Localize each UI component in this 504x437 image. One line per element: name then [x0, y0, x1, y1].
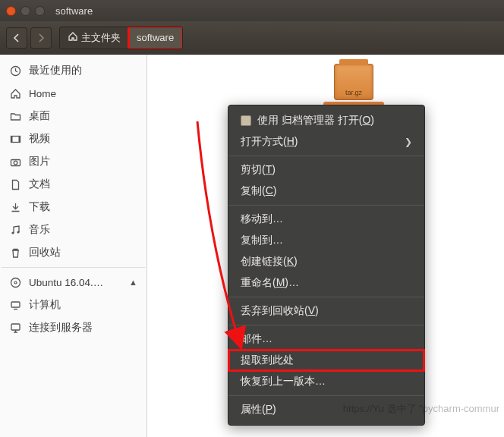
- menu-make-link[interactable]: 创建链接(K): [228, 251, 424, 272]
- sidebar-item-connect-server[interactable]: 连接到服务器: [0, 316, 146, 339]
- video-icon: [9, 133, 21, 145]
- menu-separator: [228, 156, 424, 156]
- sidebar-item-label: Ubuntu 16.04.…: [29, 277, 103, 288]
- sidebar-item-label: 回收站: [29, 246, 61, 259]
- eject-icon[interactable]: ▲: [129, 278, 137, 287]
- menu-separator: [228, 205, 424, 206]
- sidebar-item-recent[interactable]: 最近使用的: [0, 59, 146, 82]
- doc-icon: [9, 178, 21, 190]
- menu-label: 使用 归档管理器 打开(O): [257, 114, 374, 127]
- menu-open-with[interactable]: 打开方式(H) ❯: [228, 131, 424, 152]
- svg-point-5: [14, 161, 17, 165]
- crumb-home-label: 主文件夹: [81, 31, 121, 45]
- sidebar-item-computer[interactable]: 计算机: [0, 294, 146, 316]
- chevron-right-icon: ❯: [405, 137, 412, 147]
- sidebar-item-videos[interactable]: 视频: [0, 127, 146, 150]
- sidebar-item-label: 音乐: [29, 223, 50, 237]
- home-icon: [68, 31, 78, 44]
- svg-point-7: [17, 231, 19, 233]
- svg-rect-2: [11, 136, 12, 142]
- archive-ext-label: tar.gz: [335, 89, 373, 96]
- sidebar-item-label: 下载: [29, 200, 50, 214]
- menu-separator: [228, 325, 424, 325]
- context-menu: 使用 归档管理器 打开(O) 打开方式(H) ❯ 剪切(T) 复制(C) 移动到…: [228, 105, 425, 426]
- crumb-current[interactable]: software: [129, 27, 182, 49]
- svg-point-9: [14, 281, 17, 284]
- menu-move-to[interactable]: 移动到…: [228, 209, 424, 230]
- sidebar-item-music[interactable]: 音乐: [0, 218, 146, 241]
- sidebar-item-label: 计算机: [29, 298, 61, 312]
- menu-mail[interactable]: 邮件…: [228, 329, 424, 350]
- menu-label: 剪切(T): [241, 163, 276, 177]
- title-bar: software: [0, 0, 504, 21]
- menu-open-with-archive-manager[interactable]: 使用 归档管理器 打开(O): [228, 110, 424, 131]
- window-title: software: [55, 5, 93, 17]
- menu-separator: [228, 297, 424, 297]
- window-close-button[interactable]: [6, 6, 16, 16]
- download-icon: [9, 201, 21, 213]
- menu-label: 复制到…: [241, 234, 283, 247]
- sidebar-item-label: 最近使用的: [29, 64, 82, 77]
- toolbar: 主文件夹 software: [0, 21, 504, 55]
- sidebar-item-ubuntu-disc[interactable]: Ubuntu 16.04.…▲: [0, 271, 146, 294]
- sidebar-item-label: 连接到服务器: [29, 321, 93, 335]
- menu-cut[interactable]: 剪切(T): [228, 159, 424, 181]
- svg-rect-11: [11, 324, 20, 330]
- crumb-home[interactable]: 主文件夹: [60, 27, 129, 49]
- sidebar-item-downloads[interactable]: 下载: [0, 196, 146, 218]
- sidebar-item-label: Home: [29, 88, 56, 99]
- crumb-current-label: software: [137, 32, 174, 43]
- watermark-text: https://Yu 选中了 "pycharm-commur: [343, 402, 499, 416]
- svg-point-8: [11, 278, 20, 287]
- menu-label: 打开方式(H): [241, 135, 298, 149]
- trash-icon: [9, 247, 21, 259]
- computer-icon: [9, 299, 21, 311]
- music-icon: [9, 224, 21, 236]
- sidebar-item-documents[interactable]: 文档: [0, 173, 146, 196]
- sidebar-item-label: 文档: [29, 178, 50, 191]
- menu-label: 邮件…: [241, 332, 272, 346]
- sidebar-separator: [2, 267, 145, 268]
- sidebar-item-home[interactable]: Home: [0, 82, 146, 105]
- menu-label: 移动到…: [241, 212, 283, 226]
- menu-label: 创建链接(K): [241, 255, 298, 269]
- menu-rename[interactable]: 重命名(M)…: [228, 272, 424, 294]
- menu-move-to-trash[interactable]: 丢弃到回收站(V): [228, 300, 424, 322]
- menu-label: 属性(P): [241, 403, 276, 417]
- sidebar-item-label: 图片: [29, 155, 50, 168]
- svg-rect-3: [18, 136, 20, 142]
- menu-extract-here[interactable]: 提取到此处: [228, 350, 424, 371]
- folder-icon: [9, 110, 21, 122]
- menu-label: 重命名(M)…: [241, 276, 299, 290]
- svg-point-6: [11, 231, 14, 234]
- sidebar-item-trash[interactable]: 回收站: [0, 241, 146, 264]
- window-maximize-button[interactable]: [35, 6, 45, 16]
- archive-icon: tar.gz: [334, 64, 373, 100]
- menu-copy[interactable]: 复制(C): [228, 181, 424, 202]
- sidebar-item-label: 桌面: [29, 109, 50, 123]
- svg-rect-10: [11, 302, 20, 307]
- camera-icon: [9, 156, 21, 168]
- menu-revert[interactable]: 恢复到上一版本…: [228, 371, 424, 392]
- menu-label: 恢复到上一版本…: [241, 375, 326, 388]
- breadcrumb: 主文件夹 software: [59, 27, 183, 49]
- nav-back-button[interactable]: [6, 27, 27, 49]
- nav-forward-button[interactable]: [30, 27, 52, 49]
- window-minimize-button[interactable]: [20, 6, 30, 16]
- menu-label: 提取到此处: [241, 354, 294, 367]
- server-icon: [9, 322, 21, 334]
- menu-label: 复制(C): [241, 184, 276, 198]
- menu-copy-to[interactable]: 复制到…: [228, 230, 424, 251]
- sidebar-item-pictures[interactable]: 图片: [0, 150, 146, 173]
- menu-separator: [228, 395, 424, 396]
- menu-label: 丢弃到回收站(V): [241, 304, 319, 318]
- home-icon: [9, 87, 21, 99]
- archive-manager-icon: [241, 115, 251, 126]
- sidebar-item-label: 视频: [29, 132, 50, 146]
- sidebar-item-desktop[interactable]: 桌面: [0, 105, 146, 127]
- clock-icon: [9, 64, 21, 77]
- disc-icon: [9, 276, 21, 288]
- sidebar: 最近使用的 Home 桌面 视频 图片 文档 下载 音乐 回收站 Ubuntu …: [0, 55, 147, 437]
